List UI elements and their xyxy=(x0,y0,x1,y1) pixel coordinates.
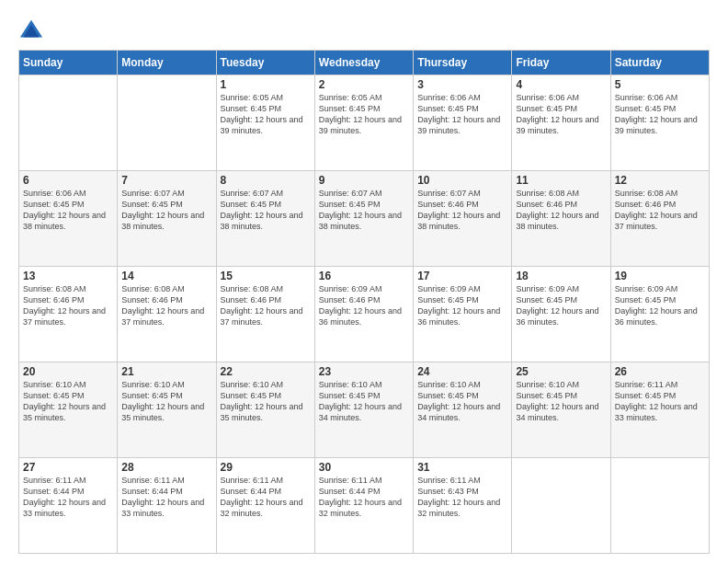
day-info: Sunrise: 6:07 AMSunset: 6:45 PMDaylight:… xyxy=(121,188,211,233)
calendar-week-row: 1Sunrise: 6:05 AMSunset: 6:45 PMDaylight… xyxy=(19,75,710,171)
calendar-day-cell: 17Sunrise: 6:09 AMSunset: 6:45 PMDayligh… xyxy=(414,267,512,362)
calendar-day-cell: 2Sunrise: 6:05 AMSunset: 6:45 PMDaylight… xyxy=(314,75,413,171)
calendar-day-header: Sunday xyxy=(19,51,118,75)
day-number: 6 xyxy=(23,174,113,187)
day-info: Sunrise: 6:06 AMSunset: 6:45 PMDaylight:… xyxy=(516,92,606,137)
header xyxy=(18,17,710,42)
day-info: Sunrise: 6:10 AMSunset: 6:45 PMDaylight:… xyxy=(319,379,409,424)
logo-icon xyxy=(18,17,44,42)
day-number: 29 xyxy=(221,461,311,474)
day-number: 8 xyxy=(221,174,311,187)
day-info: Sunrise: 6:07 AMSunset: 6:46 PMDaylight:… xyxy=(417,188,507,233)
day-number: 1 xyxy=(221,78,311,91)
calendar-day-header: Thursday xyxy=(414,51,512,75)
day-number: 24 xyxy=(417,365,507,378)
calendar-day-cell: 11Sunrise: 6:08 AMSunset: 6:46 PMDayligh… xyxy=(512,171,610,267)
calendar-day-cell: 5Sunrise: 6:06 AMSunset: 6:45 PMDaylight… xyxy=(610,75,709,171)
day-info: Sunrise: 6:11 AMSunset: 6:45 PMDaylight:… xyxy=(615,379,705,424)
calendar-day-cell: 30Sunrise: 6:11 AMSunset: 6:44 PMDayligh… xyxy=(314,458,413,554)
day-info: Sunrise: 6:10 AMSunset: 6:45 PMDaylight:… xyxy=(121,379,211,424)
day-number: 2 xyxy=(319,78,409,91)
day-number: 9 xyxy=(319,174,409,187)
day-info: Sunrise: 6:09 AMSunset: 6:46 PMDaylight:… xyxy=(319,283,409,328)
day-info: Sunrise: 6:08 AMSunset: 6:46 PMDaylight:… xyxy=(23,283,113,328)
day-number: 3 xyxy=(417,78,507,91)
day-info: Sunrise: 6:09 AMSunset: 6:45 PMDaylight:… xyxy=(417,283,507,328)
calendar-week-row: 6Sunrise: 6:06 AMSunset: 6:45 PMDaylight… xyxy=(19,171,710,267)
day-number: 22 xyxy=(221,365,311,378)
calendar-day-cell: 9Sunrise: 6:07 AMSunset: 6:45 PMDaylight… xyxy=(314,171,413,267)
calendar-day-header: Tuesday xyxy=(216,51,314,75)
day-number: 26 xyxy=(615,365,705,378)
day-number: 14 xyxy=(121,270,211,282)
day-number: 23 xyxy=(319,365,409,378)
day-number: 11 xyxy=(516,174,606,187)
calendar-week-row: 20Sunrise: 6:10 AMSunset: 6:45 PMDayligh… xyxy=(19,362,710,458)
calendar-day-cell: 31Sunrise: 6:11 AMSunset: 6:43 PMDayligh… xyxy=(414,458,512,554)
page: SundayMondayTuesdayWednesdayThursdayFrid… xyxy=(0,0,728,563)
calendar-day-cell: 21Sunrise: 6:10 AMSunset: 6:45 PMDayligh… xyxy=(118,362,216,458)
calendar-day-header: Monday xyxy=(118,51,216,75)
calendar-day-cell: 23Sunrise: 6:10 AMSunset: 6:45 PMDayligh… xyxy=(314,362,413,458)
calendar-day-cell: 28Sunrise: 6:11 AMSunset: 6:44 PMDayligh… xyxy=(118,458,216,554)
calendar-day-cell: 20Sunrise: 6:10 AMSunset: 6:45 PMDayligh… xyxy=(19,362,118,458)
day-info: Sunrise: 6:06 AMSunset: 6:45 PMDaylight:… xyxy=(417,92,507,137)
calendar-table: SundayMondayTuesdayWednesdayThursdayFrid… xyxy=(18,50,710,554)
day-number: 13 xyxy=(23,270,113,282)
day-info: Sunrise: 6:11 AMSunset: 6:44 PMDaylight:… xyxy=(319,475,409,520)
day-info: Sunrise: 6:08 AMSunset: 6:46 PMDaylight:… xyxy=(615,188,705,233)
day-info: Sunrise: 6:08 AMSunset: 6:46 PMDaylight:… xyxy=(516,188,606,233)
day-number: 19 xyxy=(615,270,705,282)
calendar-day-cell: 8Sunrise: 6:07 AMSunset: 6:45 PMDaylight… xyxy=(216,171,314,267)
calendar-day-cell: 4Sunrise: 6:06 AMSunset: 6:45 PMDaylight… xyxy=(512,75,610,171)
calendar-day-cell: 1Sunrise: 6:05 AMSunset: 6:45 PMDaylight… xyxy=(216,75,314,171)
day-info: Sunrise: 6:11 AMSunset: 6:43 PMDaylight:… xyxy=(417,475,507,520)
day-number: 10 xyxy=(417,174,507,187)
day-info: Sunrise: 6:11 AMSunset: 6:44 PMDaylight:… xyxy=(221,475,311,520)
calendar-day-cell: 24Sunrise: 6:10 AMSunset: 6:45 PMDayligh… xyxy=(414,362,512,458)
day-info: Sunrise: 6:05 AMSunset: 6:45 PMDaylight:… xyxy=(221,92,311,137)
calendar-day-cell: 26Sunrise: 6:11 AMSunset: 6:45 PMDayligh… xyxy=(610,362,709,458)
day-info: Sunrise: 6:10 AMSunset: 6:45 PMDaylight:… xyxy=(221,379,311,424)
day-info: Sunrise: 6:10 AMSunset: 6:45 PMDaylight:… xyxy=(23,379,113,424)
calendar-day-cell: 29Sunrise: 6:11 AMSunset: 6:44 PMDayligh… xyxy=(216,458,314,554)
calendar-day-cell: 7Sunrise: 6:07 AMSunset: 6:45 PMDaylight… xyxy=(118,171,216,267)
calendar-day-cell: 22Sunrise: 6:10 AMSunset: 6:45 PMDayligh… xyxy=(216,362,314,458)
calendar-day-header: Friday xyxy=(512,51,610,75)
day-number: 18 xyxy=(516,270,606,282)
day-number: 28 xyxy=(121,461,211,474)
calendar-day-cell: 19Sunrise: 6:09 AMSunset: 6:45 PMDayligh… xyxy=(610,267,709,362)
calendar-day-cell xyxy=(512,458,610,554)
day-number: 7 xyxy=(121,174,211,187)
day-number: 4 xyxy=(516,78,606,91)
day-info: Sunrise: 6:08 AMSunset: 6:46 PMDaylight:… xyxy=(121,283,211,328)
calendar-week-row: 13Sunrise: 6:08 AMSunset: 6:46 PMDayligh… xyxy=(19,267,710,362)
day-number: 30 xyxy=(319,461,409,474)
day-info: Sunrise: 6:11 AMSunset: 6:44 PMDaylight:… xyxy=(121,475,211,520)
day-number: 31 xyxy=(417,461,507,474)
day-info: Sunrise: 6:10 AMSunset: 6:45 PMDaylight:… xyxy=(417,379,507,424)
day-info: Sunrise: 6:06 AMSunset: 6:45 PMDaylight:… xyxy=(23,188,113,233)
calendar-day-cell: 27Sunrise: 6:11 AMSunset: 6:44 PMDayligh… xyxy=(19,458,118,554)
calendar-day-cell: 15Sunrise: 6:08 AMSunset: 6:46 PMDayligh… xyxy=(216,267,314,362)
calendar-day-cell xyxy=(118,75,216,171)
calendar-header-row: SundayMondayTuesdayWednesdayThursdayFrid… xyxy=(19,51,710,75)
calendar-day-cell xyxy=(610,458,709,554)
calendar-week-row: 27Sunrise: 6:11 AMSunset: 6:44 PMDayligh… xyxy=(19,458,710,554)
calendar-day-cell xyxy=(19,75,118,171)
day-number: 21 xyxy=(121,365,211,378)
calendar-day-cell: 12Sunrise: 6:08 AMSunset: 6:46 PMDayligh… xyxy=(610,171,709,267)
calendar-day-header: Saturday xyxy=(610,51,709,75)
calendar-day-cell: 3Sunrise: 6:06 AMSunset: 6:45 PMDaylight… xyxy=(414,75,512,171)
day-number: 5 xyxy=(615,78,705,91)
calendar-day-cell: 14Sunrise: 6:08 AMSunset: 6:46 PMDayligh… xyxy=(118,267,216,362)
day-number: 20 xyxy=(23,365,113,378)
calendar-day-cell: 25Sunrise: 6:10 AMSunset: 6:45 PMDayligh… xyxy=(512,362,610,458)
calendar-day-cell: 18Sunrise: 6:09 AMSunset: 6:45 PMDayligh… xyxy=(512,267,610,362)
day-number: 17 xyxy=(417,270,507,282)
day-number: 27 xyxy=(23,461,113,474)
calendar-day-cell: 6Sunrise: 6:06 AMSunset: 6:45 PMDaylight… xyxy=(19,171,118,267)
day-number: 25 xyxy=(516,365,606,378)
day-info: Sunrise: 6:09 AMSunset: 6:45 PMDaylight:… xyxy=(615,283,705,328)
day-number: 12 xyxy=(615,174,705,187)
